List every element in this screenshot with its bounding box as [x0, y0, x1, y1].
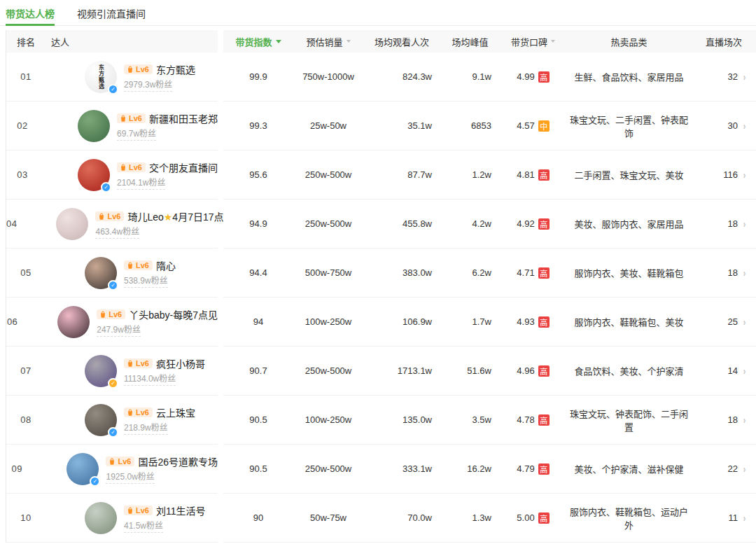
reputation-score: 4.71: [517, 267, 534, 278]
talent-cell[interactable]: Lv6 丫头baby-每晚7点见 247.9w粉丝: [18, 306, 218, 338]
talent-cell[interactable]: Lv6 新疆和田玉老郑 69.7w粉丝: [38, 110, 218, 142]
table-row[interactable]: 05 ✓ Lv6 隋心: [6, 249, 756, 298]
reputation-badge: 中: [538, 120, 550, 132]
col-sales-index[interactable]: 带货指数: [223, 35, 293, 48]
table-row[interactable]: 09 ✓ Lv6 国岳26号道歉专场: [6, 445, 756, 494]
chevron-right-icon[interactable]: ›: [743, 512, 746, 524]
talent-name[interactable]: 琦儿Leo★4月7日17点: [127, 209, 223, 223]
level-label: Lv6: [136, 65, 149, 74]
sales-index-value: 90.7: [223, 365, 293, 376]
live-sessions-count: 11: [729, 512, 738, 523]
table-row[interactable]: 02 Lv6 新疆和田玉老郑: [6, 102, 756, 151]
table-row[interactable]: 04 Lv6 琦儿Leo★4月7日: [6, 200, 756, 249]
chevron-right-icon[interactable]: ›: [743, 365, 746, 377]
avatar[interactable]: [78, 110, 110, 142]
level-badge: Lv6: [124, 358, 153, 368]
sales-index-value: 99.3: [223, 120, 293, 131]
talent-name[interactable]: 东方甄选: [156, 62, 195, 76]
reputation-badge: 高: [538, 414, 550, 426]
avatar[interactable]: ✓: [78, 159, 110, 191]
avatar[interactable]: ✓: [85, 257, 117, 289]
chevron-right-icon[interactable]: ›: [743, 267, 746, 279]
chevron-right-icon[interactable]: ›: [743, 414, 746, 426]
tab-influencer-ranking[interactable]: 带货达人榜: [6, 0, 55, 26]
reputation-badge: 高: [538, 71, 550, 83]
talent-name[interactable]: 疯狂小杨哥: [156, 356, 205, 370]
avg-peak-value: 3.5w: [440, 414, 500, 425]
sales-index-value: 90.5: [223, 414, 293, 425]
table-row[interactable]: 08 ✓ Lv6 云上珠宝: [6, 396, 756, 445]
level-label: Lv6: [118, 457, 131, 466]
talent-cell[interactable]: ✓ Lv6 交个朋友直播间 2104.1w粉丝: [38, 159, 218, 191]
table-row[interactable]: 03 ✓ Lv6 交个朋友直播间: [6, 151, 756, 200]
avatar[interactable]: [57, 306, 90, 338]
estimated-sales-value: 250w-500w: [293, 169, 363, 180]
sales-index-value: 94: [223, 316, 293, 327]
col-reputation[interactable]: 带货口碑: [500, 35, 566, 48]
chevron-right-icon[interactable]: ›: [743, 169, 746, 181]
rank-number: 09: [6, 463, 27, 474]
reputation-badge: 高: [538, 463, 550, 475]
talent-cell[interactable]: ✓ Lv6 云上珠宝 218.9w粉丝: [46, 404, 218, 436]
talent-name[interactable]: 隋心: [156, 258, 176, 272]
avatar[interactable]: ✓: [85, 404, 117, 436]
chevron-right-icon[interactable]: ›: [743, 463, 746, 475]
avg-peak-value: 1.3w: [440, 512, 500, 523]
table-row[interactable]: 01 东方甄选 ✓ Lv6 东方甄选: [6, 53, 756, 102]
avatar[interactable]: ✓: [85, 355, 117, 387]
talent-name[interactable]: 云上珠宝: [156, 405, 195, 419]
fans-count: 247.9w粉丝: [97, 325, 141, 337]
shopping-bag-icon: [127, 262, 134, 269]
talent-name[interactable]: 刘11生活号: [156, 503, 206, 517]
fans-count: 69.7w粉丝: [117, 129, 156, 141]
col-hot-categories: 热卖品类: [566, 35, 692, 48]
reputation-badge: 高: [538, 218, 550, 230]
estimated-sales-value: 500w-750w: [293, 267, 363, 278]
talent-cell[interactable]: ✓ Lv6 疯狂小杨哥 11134.0w粉丝: [46, 355, 218, 387]
level-label: Lv6: [107, 212, 120, 221]
table-row[interactable]: 06 Lv6 丫头baby-每晚7: [6, 298, 756, 347]
chevron-right-icon[interactable]: ›: [743, 120, 746, 132]
table-row[interactable]: 07 ✓ Lv6 疯狂小杨哥: [6, 347, 756, 396]
rank-number: 10: [6, 512, 46, 523]
chevron-right-icon[interactable]: ›: [743, 316, 746, 328]
avg-peak-value: 16.2w: [440, 463, 500, 474]
chevron-right-icon[interactable]: ›: [743, 71, 746, 83]
level-badge: Lv6: [124, 407, 153, 417]
ranking-table: 排名 达人 带货指数 预估销量 场均观看人次 场均峰值 带货口碑 热卖品类 直播…: [6, 30, 756, 543]
talent-cell[interactable]: Lv6 琦儿Leo★4月7日17点 463.4w粉丝: [17, 208, 223, 240]
talent-name[interactable]: 国岳26号道歉专场: [138, 454, 218, 468]
talent-name[interactable]: 丫头baby-每晚7点见: [129, 307, 218, 321]
avatar[interactable]: 东方甄选 ✓: [85, 61, 117, 93]
avatar[interactable]: ✓: [66, 453, 99, 485]
sort-desc-icon: [276, 40, 281, 43]
avatar[interactable]: [56, 208, 88, 240]
shopping-bag-icon: [120, 164, 127, 171]
sales-index-value: 90.5: [223, 463, 293, 474]
estimated-sales-value: 250w-500w: [293, 463, 363, 474]
fans-count: 11134.0w粉丝: [124, 374, 176, 386]
rank-number: 01: [6, 71, 46, 82]
talent-name[interactable]: 交个朋友直播间: [149, 160, 218, 174]
chevron-right-icon[interactable]: ›: [743, 218, 746, 230]
tab-video-traffic-rooms[interactable]: 视频引流直播间: [77, 0, 146, 26]
avatar[interactable]: [85, 502, 117, 534]
fans-count: 2104.1w粉丝: [117, 178, 165, 190]
rank-number: 05: [6, 267, 46, 278]
talent-name[interactable]: 新疆和田玉老郑: [149, 111, 218, 125]
rank-number: 03: [6, 169, 38, 180]
live-sessions-count: 116: [723, 169, 738, 180]
col-rank: 排名: [6, 35, 46, 48]
level-badge: Lv6: [97, 309, 125, 319]
talent-cell[interactable]: 东方甄选 ✓ Lv6 东方甄选 2979.3w粉: [46, 61, 218, 93]
talent-cell[interactable]: Lv6 刘11生活号 41.5w粉丝: [46, 502, 218, 534]
talent-cell[interactable]: ✓ Lv6 隋心 538.9w粉丝: [46, 257, 218, 289]
table-row[interactable]: 10 Lv6 刘11生活号: [6, 494, 756, 543]
talent-cell[interactable]: ✓ Lv6 国岳26号道歉专场 1925.0w粉丝: [27, 453, 218, 485]
sales-index-value: 99.9: [223, 71, 293, 82]
reputation-badge: 高: [538, 365, 550, 377]
live-sessions-count: 18: [728, 267, 738, 278]
live-sessions-count: 14: [728, 365, 738, 376]
col-estimated-sales[interactable]: 预估销量: [293, 35, 363, 48]
reputation-score: 5.00: [517, 512, 534, 523]
